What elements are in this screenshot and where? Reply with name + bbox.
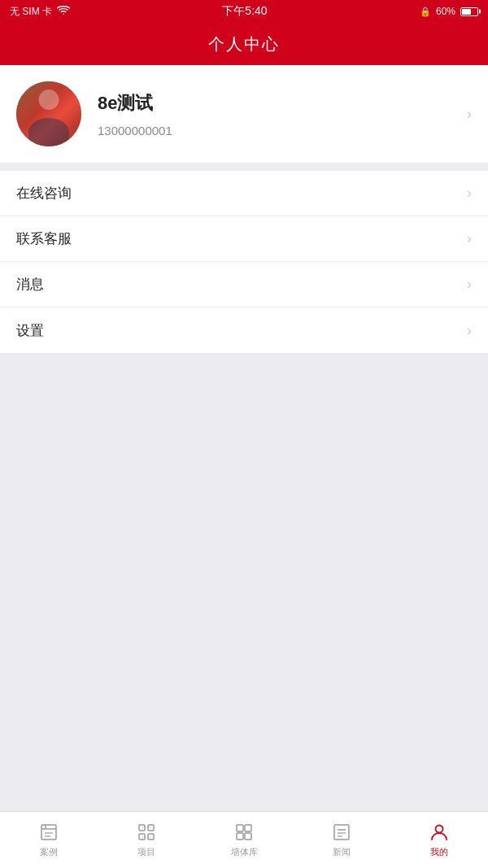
page-header: 个人中心 (0, 23, 488, 65)
tab-label-wall: 墙体库 (231, 846, 258, 858)
svg-rect-7 (139, 834, 145, 840)
tab-label-news: 新闻 (333, 846, 351, 858)
carrier-text: 无 SIM 卡 (10, 5, 52, 19)
svg-rect-14 (245, 833, 251, 840)
menu-label-settings: 设置 (16, 321, 44, 340)
menu-label-support: 联系客服 (16, 229, 72, 248)
tab-wall[interactable]: 墙体库 (195, 812, 293, 868)
section-divider (0, 163, 488, 171)
svg-rect-8 (148, 834, 154, 840)
time-display: 下午5:40 (222, 4, 267, 19)
profile-phone: 13000000001 (98, 124, 451, 137)
tab-news[interactable]: 新闻 (293, 812, 390, 868)
projects-icon (136, 822, 157, 843)
content-area (0, 353, 488, 811)
wifi-icon (57, 6, 70, 18)
svg-point-19 (436, 826, 443, 833)
battery-icon (460, 7, 478, 16)
svg-rect-13 (237, 833, 243, 840)
profile-chevron[interactable]: › (467, 106, 472, 123)
svg-rect-6 (148, 825, 154, 831)
menu-label-messages: 消息 (16, 275, 44, 294)
menu-item-support[interactable]: 联系客服 › (0, 216, 488, 262)
svg-rect-15 (334, 825, 349, 840)
tab-label-cases: 案例 (40, 846, 58, 858)
menu-chevron-support: › (467, 230, 472, 247)
menu-section: 在线咨询 › 联系客服 › 消息 › 设置 › (0, 171, 488, 353)
wall-icon (233, 822, 255, 843)
avatar (16, 81, 81, 146)
menu-chevron-settings: › (467, 322, 472, 339)
menu-label-consult: 在线咨询 (16, 184, 72, 203)
page-title: 个人中心 (208, 33, 280, 55)
svg-rect-0 (41, 825, 56, 840)
tab-label-mine: 我的 (430, 846, 448, 858)
menu-chevron-consult: › (467, 185, 472, 202)
status-left: 无 SIM 卡 (10, 5, 70, 19)
svg-rect-5 (139, 825, 145, 831)
avatar-image (16, 81, 81, 146)
tab-bar: 案例 项目 墙体库 (0, 811, 488, 868)
svg-rect-12 (245, 825, 251, 831)
mine-icon (429, 822, 450, 843)
status-bar: 无 SIM 卡 下午5:40 🔒 60% (0, 0, 488, 23)
battery-pct: 60% (436, 6, 455, 17)
lock-icon: 🔒 (420, 7, 431, 17)
menu-item-consult[interactable]: 在线咨询 › (0, 171, 488, 216)
menu-item-settings[interactable]: 设置 › (0, 308, 488, 353)
cases-icon (38, 822, 59, 843)
tab-mine[interactable]: 我的 (390, 812, 488, 868)
menu-chevron-messages: › (467, 276, 472, 293)
profile-name: 8e测试 (98, 91, 451, 116)
status-right: 🔒 60% (420, 6, 478, 17)
svg-rect-11 (237, 825, 243, 831)
tab-label-projects: 项目 (137, 846, 155, 858)
tab-cases[interactable]: 案例 (0, 812, 98, 868)
tab-projects[interactable]: 项目 (98, 812, 195, 868)
news-icon (331, 822, 352, 843)
menu-item-messages[interactable]: 消息 › (0, 262, 488, 308)
profile-section[interactable]: 8e测试 13000000001 › (0, 65, 488, 163)
profile-info: 8e测试 13000000001 (98, 91, 451, 137)
